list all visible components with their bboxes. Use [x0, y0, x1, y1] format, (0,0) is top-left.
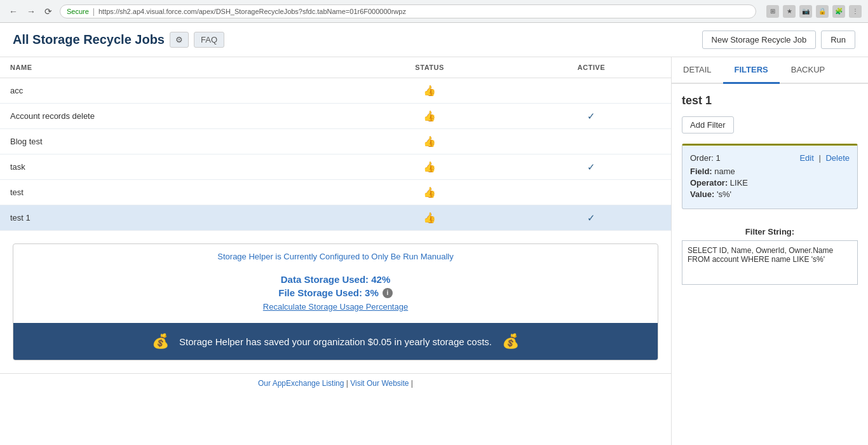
thumbs-up-icon: 👍: [423, 212, 436, 223]
left-panel: NAME STATUS ACTIVE acc👍Account records d…: [0, 57, 671, 445]
job-status-cell: 👍: [348, 104, 512, 129]
filter-string-box: SELECT ID, Name, OwnerId, Owner.Name FRO…: [682, 240, 858, 285]
filter-field-row: Field: name: [690, 167, 850, 176]
filter-operator-label: Operator:: [690, 178, 728, 188]
app-container: All Storage Recycle Jobs ⚙ FAQ New Stora…: [0, 23, 868, 445]
footer-sep2: |: [411, 379, 413, 388]
filter-order-value: 1: [715, 153, 720, 163]
thumbs-up-icon: 👍: [423, 187, 436, 198]
job-active-cell: [512, 180, 671, 205]
data-storage-stat: Data Storage Used: 42%: [21, 274, 650, 285]
new-storage-recycle-job-button[interactable]: New Storage Recycle Job: [702, 31, 817, 49]
header-right: New Storage Recycle Job Run: [702, 31, 855, 49]
footer-links: Our AppExchange Listing | Visit Our Webs…: [0, 373, 671, 393]
table-row[interactable]: acc👍: [0, 78, 671, 104]
thumbs-up-icon: 👍: [423, 85, 436, 96]
filter-field-value: name: [714, 167, 735, 176]
job-active-cell: [512, 78, 671, 104]
table-row[interactable]: Blog test👍: [0, 129, 671, 154]
col-active: ACTIVE: [512, 57, 671, 78]
table-row[interactable]: test👍: [0, 180, 671, 205]
header-left: All Storage Recycle Jobs ⚙ FAQ: [13, 32, 224, 48]
filter-operator-row: Operator: LIKE: [690, 178, 850, 188]
panel-content: test 1 Add Filter Order: 1 Edit | Delete: [672, 84, 868, 219]
detail-tabs: DETAIL FILTERS BACKUP: [672, 57, 868, 84]
url-text: https://sh2.ap4.visual.force.com/apex/DS…: [98, 8, 406, 15]
browser-icon-3: 📷: [799, 5, 812, 18]
job-status-cell: 👍: [348, 180, 512, 205]
savings-banner: 💰 Storage Helper has saved your organiza…: [13, 323, 658, 360]
tab-detail[interactable]: DETAIL: [672, 57, 723, 84]
job-name-cell[interactable]: test: [0, 180, 348, 205]
storage-manual-label: Storage Helper is Currently Configured t…: [13, 244, 658, 269]
table-row[interactable]: test 1👍✓: [0, 205, 671, 231]
filter-actions: Edit | Delete: [799, 153, 850, 163]
info-icon[interactable]: i: [383, 288, 393, 298]
tab-filters[interactable]: FILTERS: [723, 57, 780, 84]
browser-icons: ⊞ ★ 📷 🔒 🧩 ⋮: [766, 5, 862, 18]
job-status-cell: 👍: [348, 78, 512, 104]
page-title: All Storage Recycle Jobs: [13, 32, 165, 47]
edit-filter-link[interactable]: Edit: [799, 153, 813, 163]
main-content: NAME STATUS ACTIVE acc👍Account records d…: [0, 57, 868, 445]
data-storage-label: Data Storage Used: 42%: [281, 274, 391, 285]
refresh-button[interactable]: ⟳: [42, 5, 55, 18]
thumbs-up-icon: 👍: [423, 161, 436, 172]
job-status-cell: 👍: [348, 129, 512, 154]
job-status-cell: 👍: [348, 205, 512, 231]
filter-field-label: Field:: [690, 167, 712, 176]
check-icon: ✓: [587, 212, 595, 223]
browser-icon-2: ★: [783, 5, 796, 18]
filter-operator-value: LIKE: [730, 178, 748, 188]
storage-info-box: Storage Helper is Currently Configured t…: [13, 243, 658, 360]
address-bar[interactable]: Secure | https://sh2.ap4.visual.force.co…: [60, 4, 756, 18]
page-header: All Storage Recycle Jobs ⚙ FAQ New Stora…: [0, 23, 868, 57]
job-name-cell[interactable]: Blog test: [0, 129, 348, 154]
job-name-cell[interactable]: acc: [0, 78, 348, 104]
browser-icon-5: 🧩: [832, 5, 845, 18]
browser-icon-4: 🔒: [816, 5, 829, 18]
secure-label: Secure: [67, 8, 89, 15]
panel-job-title: test 1: [682, 94, 858, 107]
check-icon: ✓: [587, 161, 595, 172]
money-icon-right: 💰: [502, 333, 519, 350]
money-icon-left: 💰: [152, 333, 169, 350]
job-active-cell: [512, 129, 671, 154]
job-status-cell: 👍: [348, 154, 512, 180]
filter-action-sep: |: [818, 153, 820, 163]
browser-nav[interactable]: ← → ⟳: [6, 5, 55, 18]
check-icon: ✓: [587, 111, 595, 121]
filter-header: Order: 1 Edit | Delete: [690, 153, 850, 163]
job-name-cell[interactable]: Account records delete: [0, 104, 348, 129]
recalculate-link[interactable]: Recalculate Storage Usage Percentage: [21, 302, 650, 312]
table-row[interactable]: task👍✓: [0, 154, 671, 180]
filter-order-label: Order:: [690, 153, 714, 163]
table-row[interactable]: Account records delete👍✓: [0, 104, 671, 129]
faq-button[interactable]: FAQ: [194, 32, 224, 48]
job-name-cell[interactable]: task: [0, 154, 348, 180]
file-storage-stat: File Storage Used: 3% i: [21, 287, 650, 298]
job-name-cell[interactable]: test 1: [0, 205, 348, 231]
visit-website-link[interactable]: Visit Our Website: [350, 379, 409, 388]
add-filter-button[interactable]: Add Filter: [682, 116, 734, 134]
job-active-cell: ✓: [512, 154, 671, 180]
filter-value-row: Value: 's%': [690, 189, 850, 199]
job-active-cell: ✓: [512, 104, 671, 129]
filter-string-section: Filter String: SELECT ID, Name, OwnerId,…: [672, 219, 868, 292]
savings-text: Storage Helper has saved your organizati…: [179, 336, 492, 347]
tab-backup[interactable]: BACKUP: [780, 57, 836, 84]
footer-sep1: |: [346, 379, 348, 388]
browser-chrome: ← → ⟳ Secure | https://sh2.ap4.visual.fo…: [0, 0, 868, 23]
forward-button[interactable]: →: [24, 5, 38, 18]
run-button[interactable]: Run: [821, 31, 855, 49]
delete-filter-link[interactable]: Delete: [825, 153, 850, 163]
filter-string-label: Filter String:: [682, 227, 858, 236]
gear-button[interactable]: ⚙: [170, 32, 189, 48]
col-name: NAME: [0, 57, 348, 78]
filter-value-value: 's%': [717, 189, 731, 199]
app-exchange-link[interactable]: Our AppExchange Listing: [258, 379, 344, 388]
browser-icon-6: ⋮: [849, 5, 862, 18]
back-button[interactable]: ←: [6, 5, 20, 18]
file-storage-label: File Storage Used: 3%: [278, 287, 379, 298]
filter-value-label: Value:: [690, 189, 714, 199]
